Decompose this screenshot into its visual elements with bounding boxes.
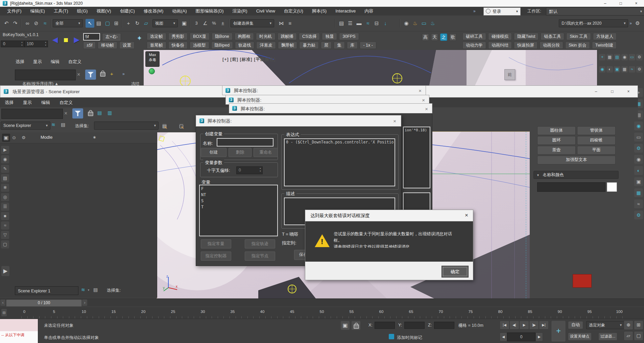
selection-set-dropdown[interactable]: ▼ <box>94 122 159 130</box>
item-star-icon[interactable]: ∗ <box>93 135 96 140</box>
explorer-side-icon[interactable]: ▶ <box>1 146 9 154</box>
viewport-tool-icon[interactable]: ▤ <box>614 54 620 60</box>
scene-item-row[interactable]: ▣ ⊙ ⚙ Modle ∗ <box>0 132 157 143</box>
download-icon[interactable]: ↓ <box>381 19 390 28</box>
tick-label[interactable]: 30 <box>188 310 218 314</box>
delete-button[interactable]: 删除 <box>229 148 252 157</box>
bskey-button[interactable]: 快速拍屏 <box>514 42 538 49</box>
explorer-menu-item[interactable]: 显示 <box>23 100 32 106</box>
explorer-menu-item[interactable]: 自定义 <box>68 59 81 65</box>
name-color-rollout[interactable]: ▼ 名称和颜色 <box>533 171 619 179</box>
track-bar[interactable]: ⊟ 05101520253035404550556065707580859095… <box>0 307 644 319</box>
prev-frame-button[interactable]: ◀| <box>509 321 519 329</box>
tick-label[interactable]: 0 <box>9 310 39 314</box>
bskey-button[interactable]: 动画纠结 <box>488 42 512 49</box>
selected-objects-dropdown[interactable]: 选定对象▼ <box>586 321 624 329</box>
bskey-button[interactable]: 选定帧 <box>147 33 166 40</box>
primitive-button[interactable]: 圆环 <box>537 136 576 145</box>
explorer-menu-item[interactable]: 显示 <box>33 59 42 65</box>
explorer-menu-item[interactable]: 编辑 <box>51 59 59 65</box>
bskey-button[interactable]: 跳帧播 <box>278 33 297 40</box>
viewport-tool-icon[interactable]: ⚙ <box>636 54 643 60</box>
layers-icon[interactable]: ≋ <box>51 122 55 127</box>
select-link-icon[interactable]: ∞ <box>23 19 32 28</box>
tick-label[interactable]: 10 <box>69 310 99 314</box>
panel-tab-icon[interactable]: ◉ <box>634 122 643 130</box>
bskey-button[interactable]: 隐Bone <box>212 33 233 40</box>
tick-label[interactable]: 70 <box>426 310 456 314</box>
prev-key-icon[interactable]: ◀ <box>51 33 59 47</box>
explorer-side-icon[interactable]: ≈ <box>1 221 9 230</box>
bskey-button[interactable]: 独显 <box>322 33 337 40</box>
menu-item[interactable]: 脚本(S) <box>308 7 331 16</box>
bskey-button[interactable]: 动动力学 <box>462 42 486 49</box>
bskey-button[interactable]: 快备份 <box>168 42 188 49</box>
bskey-button[interactable]: Skin 工具 <box>566 33 591 40</box>
mirror-icon[interactable]: ⋈ <box>277 19 286 28</box>
bskey-button[interactable]: 30FPS <box>339 33 359 40</box>
bskey-button[interactable]: 隐藏Twist <box>514 33 539 40</box>
minimize-button[interactable]: – <box>597 0 613 7</box>
set-keys-button[interactable]: 设置关键点 <box>568 333 592 341</box>
hierarchy-icon[interactable]: ▤ <box>93 287 98 292</box>
viewport-tool-icon[interactable]: ◉ <box>599 66 605 73</box>
variable-name-input[interactable] <box>217 138 273 147</box>
tick-label[interactable]: 80 <box>485 310 515 314</box>
tick-label[interactable]: 65 <box>396 310 426 314</box>
primitive-button[interactable]: 平面 <box>577 146 616 155</box>
rendered-frame-icon[interactable]: ▭ <box>420 19 428 28</box>
column-header-freeze[interactable]: 冻结 <box>131 81 139 85</box>
item-type-icon[interactable]: ▣ <box>2 134 10 142</box>
menu-item[interactable]: 修改器(M) <box>139 7 168 16</box>
viewport-tool-icon[interactable]: ⚙ <box>636 66 643 73</box>
time-tag-icon[interactable] <box>389 334 394 339</box>
layers-icon[interactable]: ≋ <box>81 287 85 292</box>
explorer-side-icon[interactable]: ▤ <box>1 174 9 182</box>
bskey-button[interactable]: 首尾帧 <box>147 42 166 49</box>
menu-item[interactable]: 视图(V) <box>92 7 115 16</box>
panel-tab-icon[interactable]: ≈ <box>634 200 643 208</box>
tick-label[interactable]: 50 <box>307 310 337 314</box>
toolbar-overflow-icon[interactable]: » <box>629 21 632 26</box>
layer-explorer-icon[interactable]: ☰ <box>346 19 355 28</box>
menu-item[interactable]: 动画(A) <box>168 7 191 16</box>
expression-box-behind[interactable]: ion'*0.18) <box>403 127 430 188</box>
x-field[interactable] <box>375 322 395 329</box>
explorer-side-icon[interactable]: ▽ <box>1 231 9 239</box>
bskey-button[interactable]: 链条工具 <box>541 33 564 40</box>
explorer-menu-item[interactable]: 选择 <box>5 100 14 106</box>
bskey-button[interactable]: 秀剪影 <box>168 33 188 40</box>
dialog-titlebar[interactable]: 3 脚本控制器: × <box>196 115 401 127</box>
docked-search-input[interactable] <box>15 70 76 80</box>
offset-spinner[interactable]: 0▲▼ <box>236 166 263 174</box>
next-key-icon[interactable]: ▶ <box>72 33 81 47</box>
viewport-tool-icon[interactable]: + <box>599 54 605 60</box>
bskey-button[interactable]: 库 <box>347 42 358 49</box>
clear-search-icon[interactable]: × <box>77 72 80 78</box>
rectangular-region-icon[interactable]: ▢ <box>103 19 112 28</box>
menu-overflow-icon[interactable]: » <box>473 9 476 14</box>
close-icon[interactable]: × <box>422 98 425 103</box>
column-header-name[interactable]: 名称(按升序排序) ▲ <box>22 81 58 85</box>
primitive-button[interactable]: 管状体 <box>577 126 616 135</box>
frame-prev-arrow[interactable]: ◀ <box>500 333 507 341</box>
star-icon[interactable]: ✦ <box>137 34 142 42</box>
tick-label[interactable]: 5 <box>39 310 69 314</box>
lock-icon[interactable] <box>100 72 105 77</box>
stop-key-icon[interactable]: ■ <box>62 33 70 47</box>
menu-item[interactable]: 文件(F) <box>3 7 26 16</box>
menu-item[interactable]: 内容 <box>360 7 378 16</box>
menu-item[interactable]: 图形编辑器(D) <box>191 7 228 16</box>
maximize-button[interactable]: □ <box>604 88 620 95</box>
maximize-button[interactable]: □ <box>613 0 628 7</box>
lock-icon[interactable] <box>88 112 93 116</box>
range-end-spinner[interactable]: 100▲▼ <box>24 41 48 47</box>
tick-label[interactable]: 35 <box>218 310 247 314</box>
angle-snap-icon[interactable]: ∠ <box>201 19 210 28</box>
workspace-dropdown[interactable]: 默认 ▼ <box>546 7 644 16</box>
bskey-button[interactable]: ±5f <box>83 42 96 49</box>
menu-item[interactable]: 编辑(E) <box>26 7 49 16</box>
bskey-button[interactable]: 层 <box>321 42 332 49</box>
bskey-button[interactable]: 设置 <box>119 42 135 49</box>
add-filter-icon[interactable]: + <box>110 71 113 77</box>
